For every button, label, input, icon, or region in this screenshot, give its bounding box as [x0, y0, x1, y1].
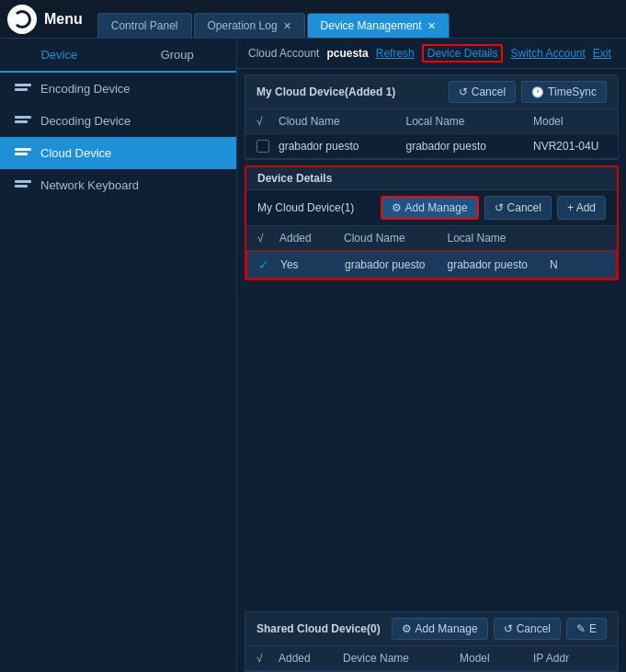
add-manage-button-shared[interactable]: Add Manage [392, 618, 488, 640]
top-bar: Menu Control Panel Operation Log ✕ Devic… [0, 0, 626, 39]
tab-device-management[interactable]: Device Management ✕ [307, 13, 450, 38]
cancel-button-shared[interactable]: Cancel [494, 618, 561, 640]
sidebar-item-decoding-device[interactable]: Decoding Device [0, 105, 236, 137]
edit-button-shared[interactable]: E [566, 618, 607, 640]
sidebar-tab-group[interactable]: Group [119, 39, 237, 71]
clock-icon [531, 85, 544, 98]
exit-link[interactable]: Exit [593, 47, 611, 60]
cancel-icon-details [495, 201, 504, 214]
account-bar: Cloud Account pcuesta Refresh Device Det… [237, 39, 626, 69]
menu-title: Menu [44, 11, 83, 28]
sidebar-tabs: Device Group [0, 39, 236, 73]
cloud-account-label: Cloud Account [248, 47, 319, 60]
tab-operation-log-close[interactable]: ✕ [283, 20, 291, 32]
gear-icon-add-manage [392, 201, 402, 214]
tab-device-management-close[interactable]: ✕ [427, 20, 436, 32]
my-cloud-title: My Cloud Device(Added 1) [256, 85, 395, 98]
shared-cloud-panel: Shared Cloud Device(0) Add Manage Cancel… [245, 611, 619, 672]
main-layout: Device Group Encoding Device Decoding De… [0, 39, 626, 672]
my-cloud-panel-header: My Cloud Device(Added 1) Cancel TimeSync [245, 75, 618, 109]
device-details-header: My Cloud Device(1) Add Manage Cancel + A… [246, 190, 617, 226]
my-cloud-table-header: √ Cloud Name Local Name Model [245, 109, 618, 134]
encoding-device-icon [15, 84, 31, 95]
logo [7, 5, 37, 34]
cancel-button-my-cloud[interactable]: Cancel [449, 81, 516, 103]
switch-account-link[interactable]: Switch Account [510, 47, 585, 60]
sidebar-item-network-keyboard[interactable]: Network Keyboard [0, 169, 236, 201]
tab-operation-log[interactable]: Operation Log ✕ [194, 13, 305, 38]
shared-cloud-title: Shared Cloud Device(0) [256, 622, 381, 635]
my-cloud-panel: My Cloud Device(Added 1) Cancel TimeSync… [245, 74, 619, 160]
spacer [237, 286, 626, 606]
device-details-link[interactable]: Device Details [422, 44, 504, 63]
cloud-device-icon [15, 148, 31, 159]
row-checkmark: ✓ [258, 257, 280, 272]
cancel-icon [459, 85, 468, 98]
sidebar-item-cloud-device[interactable]: Cloud Device [0, 137, 236, 169]
my-cloud-table-row[interactable]: grabador puesto grabador puesto NVR201-0… [245, 134, 618, 159]
device-details-header-title: My Cloud Device(1) [257, 201, 354, 214]
row-checkbox[interactable] [256, 140, 269, 153]
add-button[interactable]: + Add [557, 196, 606, 220]
edit-icon-shared [576, 622, 586, 635]
cancel-icon-shared [504, 622, 513, 635]
device-details-table-row[interactable]: ✓ Yes grabador puesto grabador puesto N [246, 251, 617, 279]
sidebar-tab-device[interactable]: Device [0, 39, 119, 73]
cancel-button-details[interactable]: Cancel [484, 196, 552, 220]
device-details-table-header: √ Added Cloud Name Local Name [246, 226, 617, 251]
sidebar-item-encoding-device[interactable]: Encoding Device [0, 73, 236, 105]
shared-cloud-table-header: √ Added Device Name Model IP Addr [245, 646, 618, 671]
timesync-button[interactable]: TimeSync [521, 81, 607, 103]
device-details-panel: Device Details My Cloud Device(1) Add Ma… [245, 165, 619, 280]
network-keyboard-icon [15, 180, 31, 191]
cloud-account-value: pcuesta [326, 47, 368, 60]
device-details-section-title: Device Details [246, 167, 617, 190]
gear-icon-shared [402, 622, 412, 635]
refresh-link[interactable]: Refresh [376, 47, 415, 60]
sidebar: Device Group Encoding Device Decoding De… [0, 39, 237, 672]
shared-cloud-header: Shared Cloud Device(0) Add Manage Cancel… [245, 612, 618, 646]
content-area: Cloud Account pcuesta Refresh Device Det… [237, 39, 626, 672]
add-manage-button[interactable]: Add Manage [381, 196, 479, 220]
tabs-container: Control Panel Operation Log ✕ Device Man… [97, 0, 451, 38]
tab-control-panel[interactable]: Control Panel [97, 13, 192, 38]
decoding-device-icon [15, 116, 31, 127]
